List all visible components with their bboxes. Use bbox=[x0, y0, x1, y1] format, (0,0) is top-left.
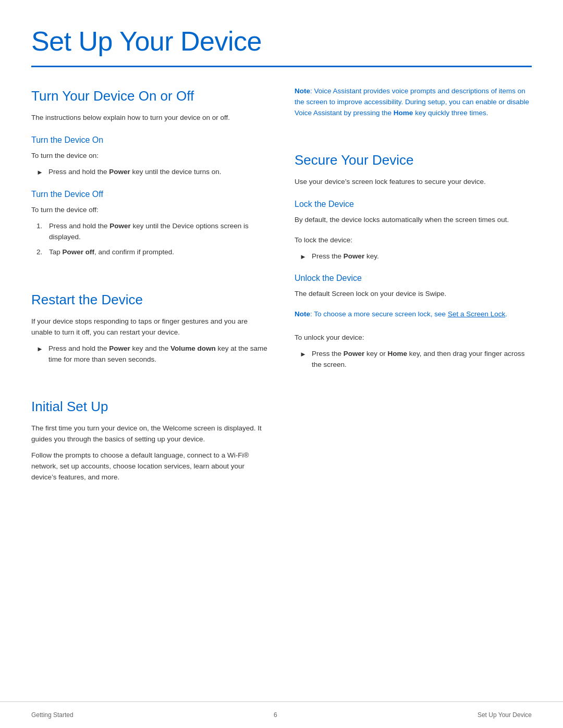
section-secure-title: Secure Your Device bbox=[295, 150, 532, 170]
subsection-unlock-title: Unlock the Device bbox=[295, 272, 532, 285]
unlock-bullet-text: Press the Power key or Home key, and the… bbox=[312, 349, 532, 371]
lock-bullet-text: Press the Power key. bbox=[312, 251, 379, 262]
unlock-intro2: To unlock your device: bbox=[295, 332, 532, 343]
screen-lock-note: Note: To choose a more secure screen loc… bbox=[295, 309, 532, 320]
footer-page-number: 6 bbox=[274, 710, 277, 720]
step-2-num: 2. bbox=[36, 247, 45, 257]
step-1-num: 1. bbox=[36, 221, 45, 231]
spacer2 bbox=[31, 369, 268, 382]
restart-intro: If your device stops responding to taps … bbox=[31, 316, 268, 338]
bullet-arrow-restart-icon: ► bbox=[36, 344, 43, 354]
content-area: Turn Your Device On or Off The instructi… bbox=[0, 86, 563, 701]
bullet-arrow-unlock-icon: ► bbox=[300, 349, 307, 360]
voice-assistant-note: Note: Voice Assistant provides voice pro… bbox=[295, 86, 532, 119]
section-restart-title: Restart the Device bbox=[31, 290, 268, 310]
step-1-text: Press and hold the Power key until the D… bbox=[49, 221, 268, 243]
set-screen-lock-link[interactable]: Set a Screen Lock bbox=[448, 310, 505, 318]
turn-off-intro: To turn the device off: bbox=[31, 205, 268, 216]
secure-intro: Use your device’s screen lock features t… bbox=[295, 177, 532, 188]
subsection-lock-title: Lock the Device bbox=[295, 198, 532, 211]
spacer1 bbox=[31, 263, 268, 275]
header-section: Set Up Your Device bbox=[0, 0, 563, 86]
unlock-bullet: ► Press the Power key or Home key, and t… bbox=[300, 349, 532, 371]
footer: Getting Started 6 Set Up Your Device bbox=[0, 701, 563, 728]
subsection-turn-off-title: Turn the Device Off bbox=[31, 188, 268, 201]
turn-on-bullet-text: Press and hold the Power key until the d… bbox=[48, 167, 222, 178]
restart-bullet: ► Press and hold the Power key and the V… bbox=[36, 343, 268, 365]
initial-setup-para1: The first time you turn your device on, … bbox=[31, 423, 268, 445]
note-label: Note bbox=[295, 87, 310, 95]
lock-bullet: ► Press the Power key. bbox=[300, 251, 532, 262]
bullet-arrow-icon: ► bbox=[36, 167, 43, 178]
restart-bullet-text: Press and hold the Power key and the Vol… bbox=[48, 343, 268, 365]
home-key-bold: Home bbox=[394, 109, 413, 117]
turn-off-step-1: 1. Press and hold the Power key until th… bbox=[36, 221, 268, 243]
page: Set Up Your Device Turn Your Device On o… bbox=[0, 0, 563, 728]
title-divider bbox=[31, 66, 532, 67]
unlock-intro: The default Screen lock on your device i… bbox=[295, 289, 532, 300]
step-2-text: Tap Power off, and confirm if prompted. bbox=[49, 247, 174, 258]
turn-on-bullet: ► Press and hold the Power key until the… bbox=[36, 167, 268, 178]
footer-left: Getting Started bbox=[31, 710, 74, 720]
right-column: Note: Voice Assistant provides voice pro… bbox=[295, 86, 532, 701]
spacer3 bbox=[295, 127, 532, 135]
section-turn-on-off-intro: The instructions below explain how to tu… bbox=[31, 113, 268, 124]
turn-off-numbered-list: 1. Press and hold the Power key until th… bbox=[36, 221, 268, 258]
lock-intro2: To lock the device: bbox=[295, 235, 532, 246]
lock-intro: By default, the device locks automatical… bbox=[295, 215, 532, 226]
subsection-turn-on-title: Turn the Device On bbox=[31, 134, 268, 146]
turn-off-step-2: 2. Tap Power off, and confirm if prompte… bbox=[36, 247, 268, 258]
turn-on-intro: To turn the device on: bbox=[31, 151, 268, 162]
spacer4 bbox=[295, 231, 532, 235]
initial-setup-para2: Follow the prompts to choose a default l… bbox=[31, 450, 268, 483]
footer-right: Set Up Your Device bbox=[478, 710, 532, 720]
screen-lock-note-label: Note bbox=[295, 310, 310, 318]
spacer5 bbox=[295, 305, 532, 309]
bullet-arrow-lock-icon: ► bbox=[300, 252, 307, 262]
left-column: Turn Your Device On or Off The instructi… bbox=[31, 86, 268, 701]
page-title: Set Up Your Device bbox=[31, 21, 532, 61]
section-turn-on-off-title: Turn Your Device On or Off bbox=[31, 86, 268, 106]
section-initial-setup-title: Initial Set Up bbox=[31, 397, 268, 417]
spacer6 bbox=[295, 328, 532, 332]
